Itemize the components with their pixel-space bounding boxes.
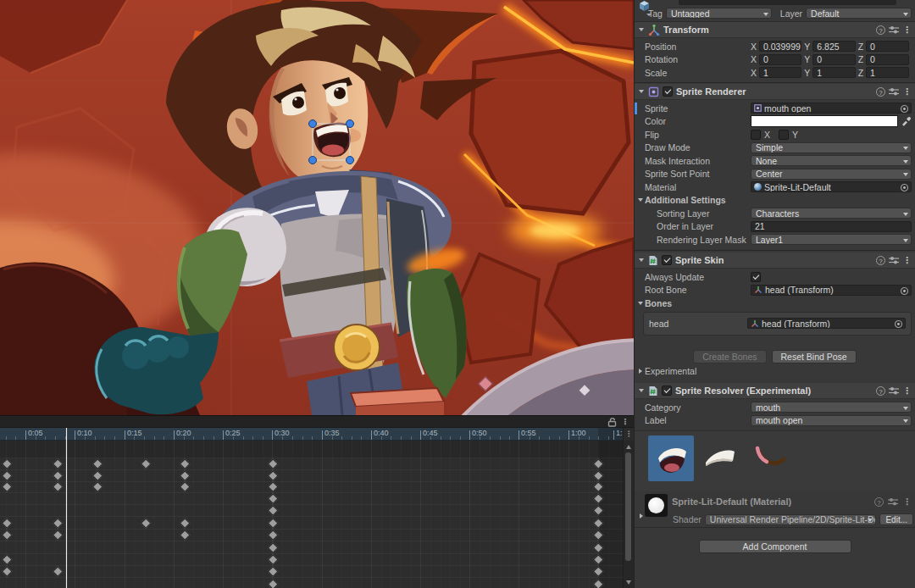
keyframe-diamond[interactable] <box>268 518 278 528</box>
component-menu-icon[interactable]: ⋮ <box>902 25 912 35</box>
keyframe-diamond[interactable] <box>268 505 278 515</box>
presets-icon[interactable] <box>889 25 899 34</box>
dopesheet-keyframe-area[interactable] <box>0 441 634 588</box>
keyframe-diamond[interactable] <box>268 470 278 480</box>
create-bones-button[interactable]: Create Bones <box>693 350 766 363</box>
position-y-field[interactable]: 6.825 <box>812 41 855 52</box>
foldout-closed-icon[interactable] <box>640 513 643 519</box>
category-dropdown[interactable]: mouth <box>751 402 912 413</box>
scroll-up-icon[interactable] <box>626 445 631 449</box>
component-menu-icon[interactable]: ⋮ <box>902 86 912 97</box>
transform-header[interactable]: Transform ? ⋮ <box>635 22 915 38</box>
foldout-open-icon[interactable] <box>638 302 643 305</box>
object-picker-icon[interactable] <box>900 183 909 192</box>
foldout-open-icon[interactable] <box>638 198 643 202</box>
keyframe-diamond[interactable] <box>2 554 12 564</box>
playhead[interactable] <box>66 428 67 588</box>
scene-view[interactable] <box>0 0 634 415</box>
keyframe-diamond[interactable] <box>180 518 190 528</box>
lock-icon[interactable] <box>607 417 617 427</box>
keyframe-diamond[interactable] <box>180 458 190 469</box>
object-picker-icon[interactable] <box>900 286 909 296</box>
keyframe-diamond[interactable] <box>2 518 12 528</box>
scale-z-field[interactable]: 1 <box>866 67 909 78</box>
color-swatch[interactable] <box>751 115 898 127</box>
rotation-y-field[interactable]: 0 <box>812 54 855 65</box>
eyedropper-icon[interactable] <box>901 116 912 126</box>
keyframe-diamond[interactable] <box>141 458 151 469</box>
thumbnail-mouth-open[interactable] <box>648 435 694 481</box>
component-menu-icon[interactable]: ⋮ <box>902 255 912 265</box>
root-bone-object-field[interactable]: head (Transform) <box>751 285 912 296</box>
keyframe-diamond[interactable] <box>268 554 278 564</box>
help-icon[interactable]: ? <box>874 497 884 507</box>
help-icon[interactable]: ? <box>876 87 885 97</box>
keyframe-diamond[interactable] <box>180 530 190 540</box>
experimental-foldout-row[interactable]: Experimental <box>635 365 915 379</box>
order-in-layer-field[interactable]: 21 <box>751 221 912 232</box>
ruler-corner-menu-icon[interactable]: ⋮ <box>623 428 634 441</box>
foldout-open-icon[interactable] <box>639 389 644 392</box>
keyframe-diamond[interactable] <box>268 542 278 552</box>
position-z-field[interactable]: 0 <box>866 41 909 52</box>
keyframe-diamond[interactable] <box>268 458 278 469</box>
label-dropdown[interactable]: mouth open <box>751 415 912 426</box>
thumbnail-mouth-closed[interactable] <box>697 435 743 481</box>
presets-icon[interactable] <box>889 87 899 96</box>
object-picker-icon[interactable] <box>894 319 903 329</box>
selection-handle[interactable] <box>309 120 317 128</box>
keyframe-diamond[interactable] <box>268 493 278 503</box>
reset-bind-pose-button[interactable]: Reset Bind Pose <box>772 350 857 363</box>
keyframe-diamond[interactable] <box>2 566 12 576</box>
object-picker-icon[interactable] <box>900 104 909 114</box>
scale-y-field[interactable]: 1 <box>812 67 855 78</box>
keyframe-diamond[interactable] <box>141 518 151 528</box>
material-preview-thumbnail[interactable] <box>645 494 668 517</box>
scale-x-field[interactable]: 1 <box>759 67 801 78</box>
rotation-x-field[interactable]: 0 <box>759 54 801 65</box>
sprite-renderer-header[interactable]: Sprite Renderer ? ⋮ <box>635 84 915 100</box>
flip-x-checkbox[interactable] <box>751 130 761 140</box>
component-menu-icon[interactable]: ⋮ <box>902 496 912 507</box>
keyframe-diamond[interactable] <box>2 530 12 540</box>
foldout-open-icon[interactable] <box>639 28 644 31</box>
always-update-checkbox[interactable] <box>751 272 761 282</box>
sorting-layer-dropdown[interactable]: Characters <box>751 208 912 219</box>
rotation-z-field[interactable]: 0 <box>866 54 909 65</box>
draw-mode-dropdown[interactable]: Simple <box>751 142 912 153</box>
selection-handle[interactable] <box>347 120 354 128</box>
keyframe-diamond[interactable] <box>2 470 12 480</box>
position-x-field[interactable]: 0.0399999 <box>759 41 801 52</box>
foldout-closed-icon[interactable] <box>639 369 642 374</box>
sprite-resolver-header[interactable]: Sprite Resolver (Experimental) ? ⋮ <box>635 383 915 399</box>
bones-foldout-row[interactable]: Bones <box>635 297 915 310</box>
foldout-open-icon[interactable] <box>639 90 644 93</box>
keyframe-diamond[interactable] <box>268 566 278 576</box>
keyframe-diamond[interactable] <box>268 579 278 588</box>
component-menu-icon[interactable]: ⋮ <box>902 386 912 396</box>
thumbnail-mouth-smile[interactable] <box>746 435 792 481</box>
component-enabled-checkbox[interactable] <box>662 386 672 396</box>
layer-dropdown[interactable]: Default <box>806 8 912 19</box>
keyframe-diamond[interactable] <box>268 530 278 540</box>
gameobject-name-field[interactable] <box>679 0 896 5</box>
keyframe-diamond[interactable] <box>2 458 12 469</box>
keyframe-diamond[interactable] <box>2 481 12 491</box>
keyframe-diamond[interactable] <box>180 481 190 491</box>
rendering-layer-mask-dropdown[interactable]: Layer1 <box>751 234 912 245</box>
selection-handle[interactable] <box>347 157 354 164</box>
scrollbar-thumb[interactable] <box>625 452 631 561</box>
material-object-field[interactable]: Sprite-Lit-Default <box>751 181 912 192</box>
component-enabled-checkbox[interactable] <box>662 255 672 265</box>
edit-shader-button[interactable]: Edit... <box>879 513 913 525</box>
shader-dropdown[interactable]: Universal Render Pipeline/2D/Sprite-Lit-… <box>705 514 877 525</box>
help-icon[interactable]: ? <box>876 25 885 35</box>
timeline-menu-icon[interactable]: ⋮ <box>621 416 629 427</box>
mask-interaction-dropdown[interactable]: None <box>751 155 912 166</box>
help-icon[interactable]: ? <box>876 386 885 396</box>
vertical-scrollbar[interactable] <box>623 441 634 588</box>
sprite-object-field[interactable]: mouth open <box>751 103 912 114</box>
presets-icon[interactable] <box>889 386 899 395</box>
timeline-ruler[interactable]: 0:050:100:150:200:250:300:350:400:450:50… <box>0 428 634 441</box>
bone-object-field[interactable]: head (Transform) <box>747 318 906 329</box>
